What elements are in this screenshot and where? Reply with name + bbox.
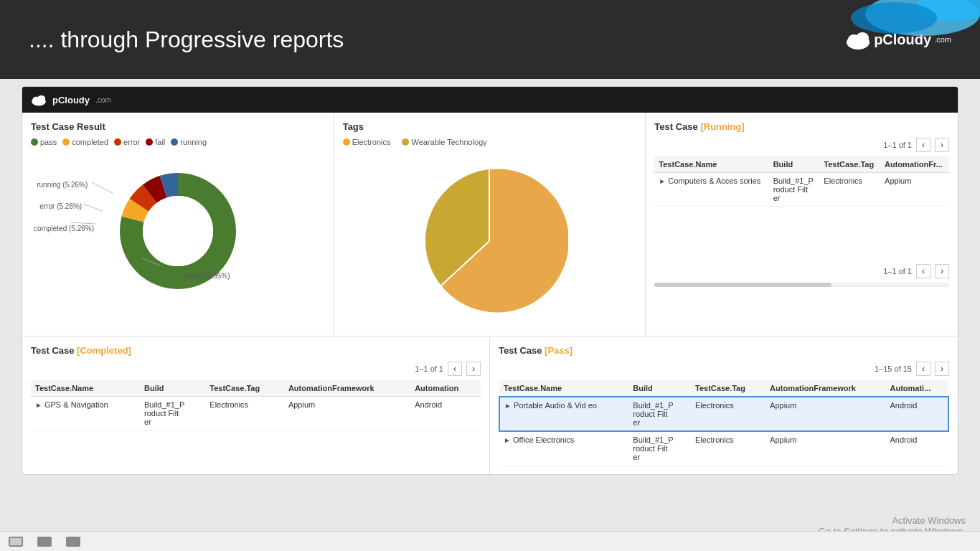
running-col-name: TestCase.Name — [654, 156, 768, 173]
bottom-toolbar — [0, 531, 980, 551]
completed-col-automation: Automation — [410, 380, 481, 397]
pass-row-2-name: ► Office Electronics — [499, 431, 628, 466]
running-page-info: 1–1 of 1 — [883, 141, 912, 149]
test-case-pass-title: Test Case [Pass] — [499, 345, 949, 356]
running-next-btn-bottom[interactable]: › — [935, 264, 949, 278]
legend-label-wearable: Wearable Technology — [411, 138, 486, 146]
donut-hole — [143, 196, 213, 266]
completed-row-tag: Electronics — [205, 397, 284, 430]
toolbar-icon-3[interactable] — [66, 537, 80, 547]
completed-row-framework: Appium — [284, 397, 410, 430]
pass-next-btn[interactable]: › — [935, 362, 949, 376]
pass-col-tag: TestCase.Tag — [691, 380, 765, 397]
legend-dot-completed — [62, 138, 70, 146]
running-prev-btn[interactable]: ‹ — [916, 138, 930, 152]
test-case-running-title: Test Case [Running] — [654, 121, 949, 132]
dashboard-header: pCloudy .com — [22, 87, 958, 113]
table-row[interactable]: ► Office Electronics Build_#1_Product Fi… — [499, 431, 948, 466]
legend-dot-pass — [31, 138, 38, 146]
top-banner: .... through Progressive reports pCloudy… — [0, 0, 980, 79]
donut-chart — [106, 159, 250, 303]
svg-rect-16 — [66, 537, 80, 547]
dashboard-logo-dot: .com — [95, 96, 111, 104]
expand-arrow[interactable]: ► — [659, 177, 666, 185]
legend-dot-fail — [146, 138, 153, 146]
banner-title: .... through Progressive reports — [29, 27, 344, 53]
legend-running: running — [171, 138, 207, 146]
svg-rect-14 — [10, 538, 22, 545]
donut-label-running: running (5.26%) — [37, 181, 88, 189]
running-table: TestCase.Name Build TestCase.Tag Automat… — [654, 156, 949, 207]
running-row-tag: Electronics — [819, 173, 880, 207]
pass-row-1-tag: Electronics — [691, 397, 765, 431]
toolbar-icon-1[interactable] — [9, 537, 23, 547]
running-prev-btn-bottom[interactable]: ‹ — [916, 264, 930, 278]
running-scroll-thumb — [654, 283, 831, 287]
table-row[interactable]: ► GPS & Navigation Build_#1_Product Filt… — [31, 397, 481, 430]
completed-next-btn[interactable]: › — [466, 362, 481, 376]
donut-chart-container: running (5.26%) error (5.26%) completed … — [31, 152, 325, 310]
pass-prev-btn[interactable]: ‹ — [916, 362, 930, 376]
running-row-name: ► Computers & Acces sories — [654, 173, 768, 207]
completed-row-name: ► GPS & Navigation — [31, 397, 140, 430]
legend-wearable: Wearable Technology — [402, 138, 486, 146]
running-row-build: Build_#1_Product Filter — [769, 173, 820, 207]
completed-col-name: TestCase.Name — [31, 380, 140, 397]
pie-chart-container — [343, 155, 637, 327]
svg-line-10 — [83, 204, 103, 211]
legend-fail: fail — [146, 138, 165, 146]
running-row-framework: Appium — [880, 173, 949, 207]
pass-table: TestCase.Name Build TestCase.Tag Automat… — [499, 380, 949, 466]
test-case-result-panel: Test Case Result pass completed error fa… — [22, 113, 334, 336]
dashboard: pCloudy .com Test Case Result pass compl… — [22, 86, 958, 475]
pass-row-1-build: Build_#1_Product Filter — [628, 397, 691, 431]
expand-arrow[interactable]: ► — [504, 402, 512, 410]
running-col-framework: AutomationFr... — [880, 156, 949, 173]
legend-label-error: error — [123, 138, 140, 146]
running-col-tag: TestCase.Tag — [819, 156, 880, 173]
completed-col-build: Build — [140, 380, 205, 397]
legend-electronics: Electronics — [343, 138, 391, 146]
toolbar-icon-2[interactable] — [37, 537, 52, 547]
pass-page-info: 1–15 of 15 — [875, 364, 912, 373]
running-next-btn[interactable]: › — [935, 138, 949, 152]
test-case-result-legend: pass completed error fail running — [31, 138, 325, 146]
donut-label-error: error (5.26%) — [39, 202, 82, 210]
completed-prev-btn[interactable]: ‹ — [448, 362, 462, 376]
dashboard-cloud-icon — [31, 93, 47, 106]
panels-row-2: Test Case [Completed] 1–1 of 1 ‹ › TestC… — [22, 336, 958, 474]
legend-label-fail: fail — [155, 138, 165, 146]
pass-col-framework: AutomationFramework — [765, 380, 885, 397]
running-scrollbar[interactable] — [654, 283, 949, 287]
tags-title: Tags — [343, 121, 637, 132]
legend-dot-running — [171, 138, 178, 146]
legend-label-running: running — [180, 138, 207, 146]
completed-page-info: 1–1 of 1 — [415, 364, 443, 373]
expand-arrow[interactable]: ► — [35, 401, 42, 409]
table-row[interactable]: ► Computers & Acces sories Build_#1_Prod… — [654, 173, 949, 207]
svg-point-8 — [37, 95, 45, 103]
pass-pagination: 1–15 of 15 ‹ › — [499, 362, 949, 376]
table-row[interactable]: ► Portable Audio & Vid eo Build_#1_Produ… — [499, 397, 948, 431]
test-case-pass-panel: Test Case [Pass] 1–15 of 15 ‹ › TestCase… — [490, 336, 958, 474]
test-case-completed-status: [Completed] — [77, 345, 131, 356]
pass-row-2-automation: Android — [886, 431, 949, 466]
panels-row-1: Test Case Result pass completed error fa… — [22, 113, 958, 336]
running-table-header: TestCase.Name Build TestCase.Tag Automat… — [654, 156, 949, 173]
legend-error: error — [114, 138, 140, 146]
legend-pass: pass — [31, 138, 57, 146]
legend-label-completed: completed — [72, 138, 108, 146]
running-pagination-bottom: 1–1 of 1 ‹ › — [654, 264, 949, 278]
completed-table-header: TestCase.Name Build TestCase.Tag Automat… — [31, 380, 481, 397]
completed-col-framework: AutomationFramework — [284, 380, 410, 397]
expand-arrow[interactable]: ► — [504, 436, 511, 444]
test-case-result-title: Test Case Result — [31, 121, 325, 132]
completed-row-automation: Android — [410, 397, 481, 430]
running-pagination: 1–1 of 1 ‹ › — [654, 138, 949, 152]
pass-col-automation: Automati... — [886, 380, 949, 397]
pass-table-header: TestCase.Name Build TestCase.Tag Automat… — [499, 380, 948, 397]
pass-row-1-framework: Appium — [765, 397, 885, 431]
dashboard-logo-text: pCloudy — [52, 95, 90, 105]
legend-dot-wearable — [402, 138, 409, 146]
tags-legend: Electronics Wearable Technology — [343, 138, 637, 146]
